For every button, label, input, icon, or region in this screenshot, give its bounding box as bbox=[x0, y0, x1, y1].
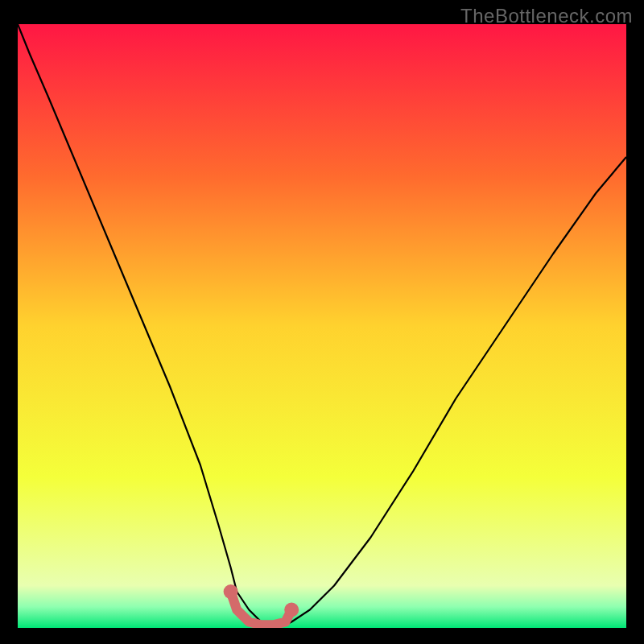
plot-background bbox=[18, 24, 626, 628]
chart-frame: TheBottleneck.com bbox=[0, 0, 644, 644]
marker-end-dot bbox=[284, 603, 299, 617]
marker-end-dot bbox=[224, 584, 238, 599]
bottleneck-plot bbox=[18, 24, 626, 628]
plot-svg bbox=[18, 24, 626, 628]
watermark-text: TheBottleneck.com bbox=[460, 5, 633, 27]
